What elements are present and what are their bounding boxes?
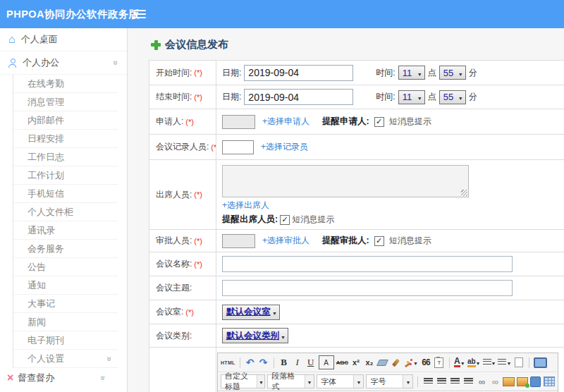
redo-icon[interactable] bbox=[258, 356, 269, 369]
sidebar-item-contacts[interactable]: 通讯录 bbox=[13, 221, 118, 240]
ordered-list-button[interactable] bbox=[483, 356, 496, 369]
undo-icon[interactable] bbox=[245, 356, 256, 369]
approver-sms-checkbox[interactable] bbox=[374, 236, 384, 246]
attendees-sms-checkbox[interactable] bbox=[280, 215, 290, 225]
meeting-name-label: 会议名称: bbox=[156, 258, 192, 270]
sidebar-item-personal-files[interactable]: 个人文件柜 bbox=[13, 203, 118, 221]
row-recorder: 会议记录人员:(*) +选择记录员 bbox=[149, 135, 564, 160]
highlight-color-button[interactable]: ab bbox=[467, 356, 481, 369]
align-center-button[interactable] bbox=[436, 375, 447, 388]
font-color-button[interactable]: A bbox=[454, 356, 465, 369]
sidebar-item-schedule[interactable]: 日程安排 bbox=[13, 130, 118, 148]
resize-handle[interactable] bbox=[461, 190, 467, 196]
justify-button[interactable] bbox=[462, 375, 474, 388]
sidebar: 个人桌面 个人办公 在线考勤 消息管理 内部邮件 日程安排 工作日志 工作计划 … bbox=[0, 28, 128, 392]
start-time-label: 开始时间: bbox=[156, 67, 192, 79]
image-button[interactable] bbox=[503, 375, 514, 388]
meeting-form: 开始时间:(*) 日期: 时间: 11 点 55 分 结束时间:(*) 日期: … bbox=[149, 60, 564, 392]
start-date-input[interactable] bbox=[244, 65, 353, 81]
meeting-topic-input[interactable] bbox=[222, 280, 513, 296]
media-button[interactable] bbox=[530, 375, 541, 388]
subscript-button[interactable]: x₂ bbox=[364, 356, 375, 369]
align-right-button[interactable] bbox=[449, 375, 460, 388]
font-family-select[interactable]: 字体 bbox=[317, 374, 364, 388]
fullscreen-button[interactable] bbox=[534, 356, 547, 369]
required-mark: (*) bbox=[194, 190, 202, 199]
sidebar-item-work-log[interactable]: 工作日志 bbox=[13, 148, 118, 166]
required-mark: (*) bbox=[194, 93, 202, 102]
sidebar-item-internal-mail[interactable]: 内部邮件 bbox=[13, 111, 118, 130]
recorder-input[interactable] bbox=[222, 140, 254, 154]
meeting-room-select[interactable]: 默认会议室 bbox=[222, 305, 280, 320]
paste-text-icon[interactable]: T bbox=[434, 356, 445, 369]
choose-attendees-link[interactable]: +选择出席人 bbox=[222, 200, 269, 212]
required-mark: (*) bbox=[194, 237, 202, 245]
link-button[interactable] bbox=[476, 375, 487, 388]
strikethrough-button[interactable]: ABC bbox=[336, 356, 348, 369]
choose-recorder-link[interactable]: +选择记录员 bbox=[261, 141, 308, 153]
eraser-icon[interactable] bbox=[377, 356, 388, 369]
row-attendees: 出席人员:(*) +选择出席人 提醒出席人员: 短消息提示 bbox=[149, 160, 564, 230]
paragraph-format-select[interactable]: 段落格式 bbox=[267, 374, 314, 388]
sidebar-item-personal-desktop[interactable]: 个人桌面 bbox=[0, 28, 127, 51]
meeting-name-input[interactable] bbox=[222, 256, 513, 272]
image-upload-button[interactable] bbox=[517, 375, 528, 388]
start-hour-select[interactable]: 11 bbox=[398, 66, 425, 80]
superscript-button[interactable]: x² bbox=[350, 356, 362, 369]
html-source-button[interactable]: HTML bbox=[221, 356, 235, 369]
unordered-list-button[interactable] bbox=[498, 356, 511, 369]
meeting-category-select[interactable]: 默认会议类别 bbox=[222, 328, 288, 343]
choose-approver-link[interactable]: +选择审批人 bbox=[262, 235, 309, 247]
sidebar-item-message-management[interactable]: 消息管理 bbox=[13, 93, 118, 111]
table-button[interactable] bbox=[544, 375, 555, 388]
row-meeting-category: 会议类别: 默认会议类别 bbox=[149, 324, 564, 348]
required-mark: (*) bbox=[194, 68, 202, 77]
dropdown-arrow-icon bbox=[458, 68, 463, 78]
applicant-input[interactable] bbox=[222, 115, 255, 129]
applicant-sms-checkbox[interactable] bbox=[374, 117, 384, 127]
date-label: 日期: bbox=[222, 91, 241, 103]
unlink-button[interactable] bbox=[489, 375, 501, 388]
new-page-button[interactable] bbox=[513, 356, 525, 369]
bold-button[interactable]: B bbox=[278, 356, 290, 369]
row-applicant: 申请人:(*) +选择申请人 提醒申请人: 短消息提示 bbox=[149, 109, 564, 135]
font-size-select[interactable]: 字号 bbox=[366, 374, 413, 388]
blockquote-button[interactable]: 66 bbox=[420, 356, 431, 369]
sidebar-item-sms[interactable]: 手机短信 bbox=[13, 185, 118, 203]
sidebar-item-announcement[interactable]: 公告 bbox=[13, 258, 118, 276]
end-date-input[interactable] bbox=[244, 89, 353, 105]
sidebar-item-supervision[interactable]: 督查督办 bbox=[0, 368, 127, 388]
choose-applicant-link[interactable]: +选择申请人 bbox=[262, 116, 309, 128]
approver-input[interactable] bbox=[222, 234, 255, 248]
minute-unit-label: 分 bbox=[469, 67, 477, 79]
sidebar-item-work-plan[interactable]: 工作计划 bbox=[13, 166, 118, 185]
magic-wand-icon[interactable] bbox=[404, 356, 418, 369]
font-style-button[interactable]: A bbox=[319, 355, 334, 369]
required-mark: (*) bbox=[185, 308, 194, 317]
end-minute-select[interactable]: 55 bbox=[439, 90, 466, 104]
attendees-textarea[interactable] bbox=[222, 165, 469, 197]
end-hour-select[interactable]: 11 bbox=[398, 90, 425, 104]
underline-button[interactable]: U bbox=[305, 356, 317, 369]
sidebar-item-news[interactable]: 新闻 bbox=[13, 313, 118, 331]
sidebar-item-meeting-service[interactable]: 会务服务 bbox=[13, 240, 118, 258]
menu-toggle-button[interactable] bbox=[133, 10, 146, 19]
align-left-button[interactable] bbox=[422, 375, 434, 388]
chevron-down-icon bbox=[99, 376, 108, 381]
sidebar-sub-list: 在线考勤 消息管理 内部邮件 日程安排 工作日志 工作计划 手机短信 个人文件柜… bbox=[13, 75, 127, 368]
sidebar-item-notice[interactable]: 通知 bbox=[13, 276, 118, 295]
italic-button[interactable]: I bbox=[292, 356, 303, 369]
sidebar-item-memorabilia[interactable]: 大事记 bbox=[13, 295, 118, 313]
editor-toolbar-row1: HTML B I U A ABC x² x₂ bbox=[218, 353, 558, 372]
heading-select[interactable]: 自定义标题 bbox=[221, 374, 265, 388]
sidebar-item-online-attendance[interactable]: 在线考勤 bbox=[13, 75, 118, 93]
sms-label: 短消息提示 bbox=[389, 116, 431, 128]
sidebar-item-personal-office[interactable]: 个人办公 bbox=[0, 51, 127, 75]
remind-approver-label: 提醒审批人: bbox=[322, 235, 369, 247]
start-minute-select[interactable]: 55 bbox=[439, 66, 466, 80]
sidebar-item-personal-settings[interactable]: 个人设置 bbox=[13, 350, 118, 368]
time-label: 时间: bbox=[376, 91, 395, 103]
format-brush-icon[interactable] bbox=[391, 356, 402, 369]
supervise-icon bbox=[7, 372, 13, 384]
sidebar-item-e-journal[interactable]: 电子期刊 bbox=[13, 331, 118, 350]
